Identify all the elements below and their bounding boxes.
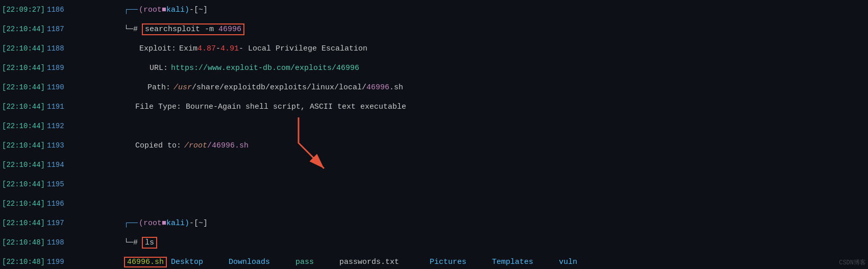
cmd-ls: ls [145,238,154,247]
content-area: ┌── (root ■ kali) -[ ~] └─# searchsploit… [120,0,868,269]
command-searchsploit-highlight: searchsploit -m 46996 [142,23,244,35]
row-1195 [124,175,868,194]
row-1186: ┌── (root ■ kali) -[ ~] [124,0,868,19]
terminal-content[interactable]: ┌── (root ■ kali) -[ ~] └─# searchsploit… [120,0,868,269]
url-value: https://www.exploit-db.com/exploits/4699… [171,64,359,72]
row-1187: └─# searchsploit -m 46996 [124,19,868,39]
linenum-1188: 1188 [47,44,64,53]
path-share: /share/exploitdb/exploits/linux/local/ [192,83,366,92]
timestamp-1188: [22:10:44] [2,44,45,53]
ls-file-downloads: Downloads [229,258,270,266]
prompt-kali-1186: kali) [166,6,189,14]
ls-file-46996: 46996.sh [124,257,167,267]
exploit-version2: 4.91 [220,44,239,53]
cmd-46996: 46996 [218,25,241,34]
row-1192 [124,116,868,136]
exploit-version1: 4.87 [197,44,216,53]
exploit-dash: - [216,44,220,53]
timestamp-1199: [22:10:48] [2,258,45,266]
line-row-1191: [22:10:44] 1191 [0,97,120,116]
filetype-label: File Type: Bourne-Again shell script, AS… [135,103,406,111]
prompt-root-1197: (root [139,219,162,228]
linenum-1187: 1187 [47,25,64,33]
path-label: Path: [147,83,170,92]
linenum-1186: 1186 [47,6,64,14]
timestamp-1197: [22:10:44] [2,219,45,227]
row-1191: File Type: Bourne-Again shell script, AS… [124,97,868,116]
ls-file-templates: Templates [492,258,533,266]
hash-1198: └─# [124,238,138,247]
timestamp-1198: [22:10:48] [2,238,45,247]
exploit-exim-text: Exim [179,44,197,53]
row-1194 [124,155,868,175]
prompt-tilde-1186: ~] [199,6,208,14]
linenum-1199: 1199 [47,258,64,266]
path-46996: 46996 [366,83,389,92]
line-row-1199: [22:10:48] 1199 [0,252,120,269]
exploit-label: Exploit: [139,44,176,53]
linenum-1198: 1198 [47,238,64,247]
line-row-1186: [22:09:27] 1186 [0,0,120,19]
timestamp-1191: [22:10:44] [2,103,45,111]
line-row-1189: [22:10:44] 1189 [0,58,120,78]
line-row-1198: [22:10:48] 1198 [0,233,120,252]
ls-file-vuln: vuln [559,258,577,266]
path-sh: .sh [389,83,403,92]
linenum-1197: 1197 [47,219,64,227]
timestamp-1195: [22:10:44] [2,180,45,188]
url-label: URL: [150,64,168,72]
watermark: CSDN博客 [839,258,866,267]
row-1193: Copied to: /root /46996.sh [124,136,868,155]
prompt-dash-1186: -[ [189,6,199,14]
linenum-1189: 1189 [47,64,64,72]
row-1197: ┌── (root ■ kali) -[ ~] [124,213,868,233]
ls-file-passwords: passwords.txt [339,258,399,266]
timestamp-1192: [22:10:44] [2,122,45,130]
row-1198: └─# ls [124,233,868,252]
linenum-1196: 1196 [47,200,64,208]
copied-root: /root [184,141,207,150]
prompt-square-1186: ■ [162,6,166,14]
copied-label: Copied to: [135,141,181,150]
ls-file-desktop: Desktop [171,258,203,266]
linenum-1194: 1194 [47,161,64,169]
line-row-1196: [22:10:44] 1196 [0,194,120,213]
linenum-1193: 1193 [47,141,64,150]
line-row-1187: [22:10:44] 1187 [0,19,120,39]
prompt-bracket-open-1197: ┌── [124,219,138,228]
line-row-1188: [22:10:44] 1188 [0,39,120,58]
row-1188: Exploit: Exim 4.87 - 4.91 - Local Privil… [124,39,868,58]
linenum-1195: 1195 [47,180,64,188]
row-1196 [124,194,868,213]
timestamp-1193: [22:10:44] [2,141,45,150]
linenum-1192: 1192 [47,122,64,130]
line-row-1194: [22:10:44] 1194 [0,155,120,175]
prompt-tilde-1197: ~] [199,219,208,228]
row-1190: Path: /usr /share/exploitdb/exploits/lin… [124,78,868,97]
exploit-desc: - Local Privilege Escalation [239,44,367,53]
row-1199: 46996.sh Desktop Downloads pass password… [124,252,868,269]
hash-1187: └─# [124,25,138,34]
linenum-1191: 1191 [47,103,64,111]
command-ls-highlight: ls [142,237,157,249]
timestamp-1187: [22:10:44] [2,25,45,33]
timestamp-1189: [22:10:44] [2,64,45,72]
prompt-kali-1197: kali) [166,219,189,228]
line-row-1190: [22:10:44] 1190 [0,78,120,97]
line-row-1197: [22:10:44] 1197 [0,213,120,233]
timestamp-1190: [22:10:44] [2,83,45,91]
prompt-bracket-open-1186: ┌── [124,6,138,14]
cmd-searchsploit: searchsploit -m [145,25,218,34]
line-row-1192: [22:10:44] 1192 [0,116,120,136]
line-numbers-panel: [22:09:27] 1186 [22:10:44] 1187 [22:10:4… [0,0,120,269]
path-usr: /usr [173,83,192,92]
line-row-1195: [22:10:44] 1195 [0,175,120,194]
ls-file-pass: pass [295,258,314,266]
ls-file-pictures: Pictures [430,258,466,266]
timestamp-1194: [22:10:44] [2,161,45,169]
timestamp-1186: [22:09:27] [2,6,45,14]
linenum-1190: 1190 [47,83,64,91]
line-row-1193: [22:10:44] 1193 [0,136,120,155]
row-1189: URL: https://www.exploit-db.com/exploits… [124,58,868,78]
prompt-square-1197: ■ [162,219,166,228]
